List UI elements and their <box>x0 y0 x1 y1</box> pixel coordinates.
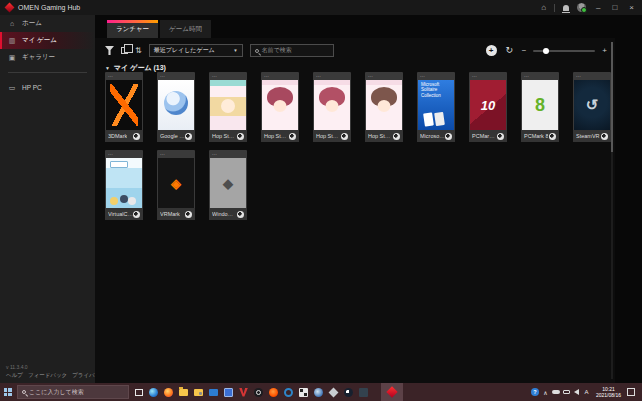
taskbar-app-button[interactable] <box>131 383 146 401</box>
sidebar-item-device[interactable]: ▭ HP PC <box>0 79 95 96</box>
taskbar-app-icon <box>284 388 293 397</box>
card-menu-button[interactable]: ⋯ <box>157 150 195 158</box>
group-view-icon[interactable] <box>121 47 128 54</box>
game-card[interactable]: ⋯ Google Earth... <box>157 72 195 142</box>
tab-label: ゲーム時間 <box>169 25 202 34</box>
footer-link[interactable]: フィードバック <box>28 372 67 379</box>
taskbar-app-button[interactable] <box>146 383 161 401</box>
taskbar-app-button[interactable] <box>206 383 221 401</box>
card-menu-button[interactable]: ⋯ <box>209 150 247 158</box>
card-menu-button[interactable]: ⋯ <box>469 72 507 80</box>
game-card[interactable]: ⋯ 3DMark <box>105 72 143 142</box>
sidebar-item-label: ギャラリー <box>22 53 55 62</box>
user-avatar[interactable] <box>577 3 586 12</box>
card-menu-button[interactable]: ⋯ <box>209 72 247 80</box>
app-version: v 11.3.4.0 <box>6 364 93 370</box>
game-card[interactable]: ⋯ Hop Step Sing... <box>209 72 247 142</box>
minimize-button[interactable]: – <box>594 4 602 12</box>
notifications-bell-icon[interactable] <box>563 5 569 11</box>
game-card-label: VirtualCast <box>105 208 143 220</box>
tile-zoom-in-button[interactable]: + <box>602 47 607 55</box>
taskbar-app-button[interactable] <box>341 383 356 401</box>
tile-size-slider[interactable] <box>533 50 595 52</box>
card-menu-button[interactable]: ⋯ <box>365 72 403 80</box>
game-card[interactable]: ⋯ Microsoft Solitaire Collection Microso… <box>417 72 455 142</box>
taskbar-app-button[interactable] <box>236 383 251 401</box>
tab[interactable]: ランチャー <box>107 20 158 38</box>
game-card-label: Hop Step Sing... <box>365 130 403 142</box>
sidebar-item[interactable]: ▥ マイ ゲーム <box>0 32 95 49</box>
game-card[interactable]: ⋯ Hop Step Sing... <box>313 72 351 142</box>
tray-icon[interactable] <box>552 386 560 398</box>
card-menu-button[interactable]: ⋯ <box>521 72 559 80</box>
tray-icon[interactable] <box>563 386 570 398</box>
sidebar-item-icon: ▣ <box>8 54 16 62</box>
steam-icon <box>601 133 608 140</box>
sidebar-item[interactable]: ▣ ギャラリー <box>0 49 95 66</box>
cast-icon[interactable]: ⌂ <box>541 4 546 12</box>
sidebar-item[interactable]: ⌂ ホーム <box>0 15 95 32</box>
game-card[interactable]: ⋯ Hop Step Sing... <box>365 72 403 142</box>
taskbar-app-button[interactable] <box>326 383 341 401</box>
taskbar-search-input[interactable]: ここに入力して検索 <box>17 385 129 399</box>
card-menu-button[interactable]: ⋯ <box>105 150 143 158</box>
game-card[interactable]: ⋯ ◆ Windows Mixe... <box>209 150 247 220</box>
taskbar-app-button[interactable] <box>161 383 176 401</box>
game-search-input[interactable]: 名前で検索 <box>250 44 334 57</box>
action-center-icon[interactable] <box>627 388 635 396</box>
taskbar-app-button[interactable] <box>281 383 296 401</box>
game-card[interactable]: ⋯ 8 PCMark 8 <box>521 72 559 142</box>
taskbar-app-button[interactable] <box>266 383 281 401</box>
tray-icon[interactable]: A <box>583 386 590 398</box>
card-menu-button[interactable]: ⋯ <box>313 72 351 80</box>
tray-icon-shape <box>574 389 579 395</box>
taskbar-app-button[interactable] <box>381 383 403 401</box>
sort-order-icon[interactable]: ⇅ <box>135 47 142 55</box>
tab[interactable]: ゲーム時間 <box>160 20 211 38</box>
card-menu-button[interactable]: ⋯ <box>157 72 195 80</box>
sort-dropdown[interactable]: 最近プレイしたゲーム ▼ <box>149 44 243 57</box>
card-menu-button[interactable]: ⋯ <box>573 72 611 80</box>
card-menu-button[interactable]: ⋯ <box>105 72 143 80</box>
search-placeholder: 名前で検索 <box>262 46 292 55</box>
footer-links: ヘルプフィードバックプライバシー <box>6 372 93 379</box>
refresh-library-button[interactable]: ↻ <box>504 45 515 56</box>
game-title: Hop Step Sing... <box>212 133 237 139</box>
scrollbar-thumb[interactable] <box>611 42 613 152</box>
tile-zoom-out-button[interactable]: − <box>522 47 527 55</box>
taskbar-app-button[interactable] <box>296 383 311 401</box>
taskbar-app-button[interactable] <box>356 383 371 401</box>
steam-icon <box>549 133 556 140</box>
taskbar-clock[interactable]: 10:21 2021/08/16 <box>596 386 621 398</box>
add-game-button[interactable]: + <box>486 45 497 56</box>
game-cover-art: Microsoft Solitaire Collection <box>418 80 454 130</box>
game-title: PCMark 10 <box>472 133 497 139</box>
taskbar-search-placeholder: ここに入力して検索 <box>29 388 84 397</box>
game-card[interactable]: ⋯ 10 PCMark 10 <box>469 72 507 142</box>
game-card[interactable]: ⋯ ◈ VRMark <box>157 150 195 220</box>
taskbar-app-button[interactable] <box>311 383 326 401</box>
card-menu-button[interactable]: ⋯ <box>417 72 455 80</box>
taskbar-app-button[interactable] <box>221 383 236 401</box>
game-card[interactable]: ⋯ ↺ SteamVR <box>573 72 611 142</box>
tray-icon[interactable] <box>573 386 580 398</box>
vertical-scrollbar[interactable] <box>611 42 613 379</box>
taskbar-app-button[interactable] <box>176 383 191 401</box>
filter-icon[interactable] <box>105 46 114 55</box>
close-button[interactable]: × <box>627 4 636 12</box>
game-card-label: Microsoft Soli... <box>417 130 455 142</box>
game-card[interactable]: ⋯ Hop Step Sing... <box>261 72 299 142</box>
game-art-glyph: ↺ <box>586 96 599 114</box>
taskbar-app-button[interactable] <box>191 383 206 401</box>
tray-icon[interactable]: ∧ <box>542 386 549 398</box>
start-button[interactable] <box>0 383 15 401</box>
taskbar-app-icon <box>254 388 263 397</box>
footer-link[interactable]: ヘルプ <box>6 372 23 379</box>
game-card[interactable]: ⋯ VirtualCast <box>105 150 143 220</box>
tray-icon[interactable]: ? <box>531 388 539 396</box>
taskbar-app-button[interactable] <box>251 383 266 401</box>
maximize-button[interactable]: □ <box>610 4 619 12</box>
slider-thumb[interactable] <box>543 48 549 54</box>
card-menu-button[interactable]: ⋯ <box>261 72 299 80</box>
tray-icons: ? ∧ A <box>531 386 590 398</box>
